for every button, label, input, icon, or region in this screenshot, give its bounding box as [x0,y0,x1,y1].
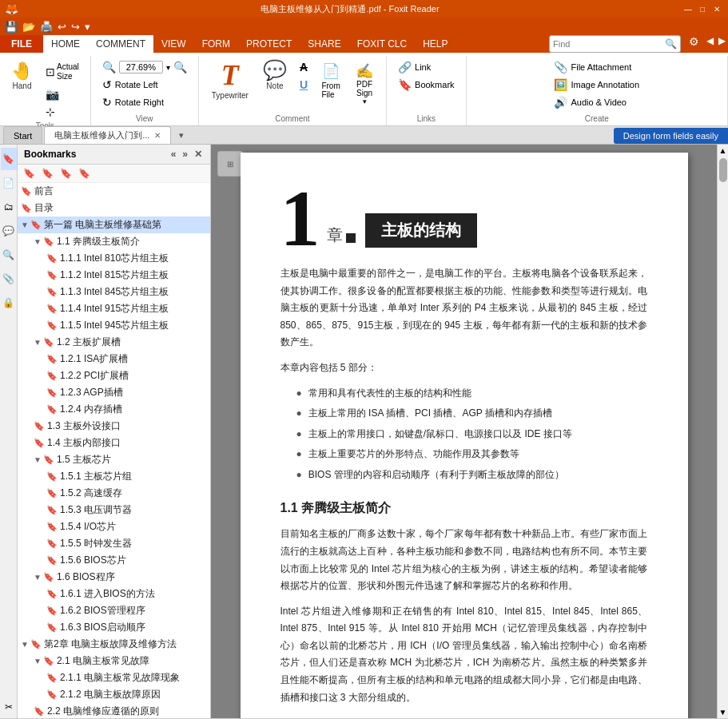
rotate-left-button[interactable]: ↺ Rotate Left [97,77,192,93]
camera-button[interactable]: 📷 [41,86,84,102]
from-file-button[interactable]: 📄 FromFile [316,59,346,102]
bookmark-item[interactable]: 🔖1.4 主板内部接口 [18,435,210,451]
bookmark-item[interactable]: ▼🔖第2章 电脑主板故障及维修方法 [18,636,210,653]
ribbon-left-icon[interactable]: ◀ [704,35,716,53]
bookmark-down-button[interactable]: 🔖 [76,167,93,180]
pdf-sign-button[interactable]: ✍ PDFSign ▾ [349,59,380,109]
bookmark-item[interactable]: 🔖1.5.3 电压调节器 [18,502,210,518]
maximize-button[interactable]: □ [696,3,709,14]
bookmark-item[interactable]: 🔖目录 [18,200,210,216]
bookmark-item[interactable]: 🔖2.1.2 电脑主板故障原因 [18,686,210,703]
bookmarks-panel-icon[interactable]: 🔖 [1,148,17,170]
zoom-dropdown-icon[interactable]: ▾ [166,63,170,72]
bookmark-item[interactable]: 🔖1.2.1 ISA扩展槽 [18,351,210,367]
quick-access-more-icon[interactable]: ▾ [83,19,92,34]
bookmark-item[interactable]: 🔖1.3 主板外设接口 [18,418,210,435]
ribbon-settings-icon[interactable]: ⚙ [684,35,704,53]
home-menu[interactable]: HOME [43,35,88,53]
bookmark-item[interactable]: 🔖1.6.2 BIOS管理程序 [18,602,210,619]
link-button[interactable]: 🔗 Link [393,59,459,75]
bookmark-item[interactable]: ▼🔖2.1 电脑主板常见故障 [18,653,210,669]
bookmark-item[interactable]: 🔖1.5.2 高速缓存 [18,485,210,502]
bookmark-item[interactable]: 🔖1.1.2 Intel 815芯片组主板 [18,267,210,284]
active-tab[interactable]: 电脑主板维修从入门到... ✕ [44,126,171,144]
actual-size-button[interactable]: ⊡ ActualSize [41,59,84,85]
search-box[interactable]: 🔍 [549,35,681,53]
attachments-panel-icon[interactable]: 📎 [1,268,17,290]
comment-menu[interactable]: COMMENT [88,35,153,53]
pdf-sign-dropdown[interactable]: ▾ [363,97,367,105]
underline-button[interactable]: U [295,77,312,93]
print-icon[interactable]: 🖨️ [38,19,54,34]
bookmark-item[interactable]: ▼🔖1.2 主板扩展槽 [18,334,210,351]
bookmark-item[interactable]: 🔖1.1.3 Intel 845芯片组主板 [18,284,210,300]
help-menu[interactable]: HELP [415,35,455,53]
bookmark-item[interactable]: 🔖2.1.1 电脑主板常见故障现象 [18,669,210,686]
scroll-thumb[interactable] [719,158,727,182]
bookmark-item[interactable]: 🔖1.1.1 Intel 810芯片组主板 [18,250,210,267]
scroll-up-button[interactable]: ▲ [718,145,728,157]
form-menu[interactable]: FORM [194,35,238,53]
bookmark-item[interactable]: 🔖1.5.1 主板芯片组 [18,468,210,485]
add-bookmark-button[interactable]: 🔖 [21,167,38,180]
bookmark-item[interactable]: 🔖1.1.5 Intel 945芯片组主板 [18,317,210,334]
foxit-clc-menu[interactable]: FOXIT CLC [349,35,415,53]
close-button[interactable]: ✕ [710,3,723,14]
bookmarks-options-icon[interactable]: » [181,148,189,161]
design-hint-bar[interactable]: Design form fields easily [614,128,728,144]
bookmark-item[interactable]: 🔖1.5.4 I/O芯片 [18,518,210,535]
strikethrough-button[interactable]: A [295,59,312,75]
search-panel-icon[interactable]: 🔍 [1,244,17,266]
search-input[interactable] [553,39,665,49]
save-icon[interactable]: 💾 [3,19,19,34]
image-annotation-button[interactable]: 🖼️ Image Annotation [549,77,644,93]
bookmark-item[interactable]: 🔖前言 [18,183,210,200]
bookmarks-expand-icon[interactable]: « [169,148,178,161]
signatures-panel-icon[interactable]: 🔒 [1,292,17,314]
layers-panel-icon[interactable]: 🗂 [1,196,17,218]
open-icon[interactable]: 📂 [21,19,37,34]
redo-icon[interactable]: ↪ [70,19,82,34]
bookmark-item[interactable]: 🔖1.5.5 时钟发生器 [18,535,210,552]
scroll-down-button[interactable]: ▼ [718,706,728,718]
ribbon-right-icon[interactable]: ▶ [716,35,728,53]
bookmark-item[interactable]: 🔖1.6.1 进入BIOS的方法 [18,586,210,602]
annotations-panel-icon[interactable]: 💬 [1,220,17,242]
zoom-out-r-button[interactable]: 🔍 ▾ 🔍 [97,59,192,75]
rotate-right-button[interactable]: ↻ Rotate Right [97,94,192,110]
zoom-value-input[interactable] [119,61,163,73]
start-tab[interactable]: Start [3,126,42,144]
pdf-area[interactable]: ⊞ 1 章 主板的结构 主板是电脑中最重要的部件之一，是电脑工作的平台。主板将电… [211,145,717,718]
tab-dropdown-icon[interactable]: ▾ [173,127,190,144]
bookmark-item[interactable]: 🔖1.2.2 PCI扩展槽 [18,367,210,384]
tab-close-button[interactable]: ✕ [154,131,161,140]
bookmark-item[interactable]: 🔖1.5.6 BIOS芯片 [18,552,210,569]
share-menu[interactable]: SHARE [300,35,348,53]
pages-panel-icon[interactable]: 📄 [1,172,17,194]
minimize-button[interactable]: — [682,3,694,14]
search-icon[interactable]: 🔍 [665,38,677,50]
protect-menu[interactable]: PROTECT [238,35,300,53]
tools-panel-icon[interactable]: ✂ [1,696,17,718]
bookmark-button[interactable]: 🔖 Bookmark [393,77,459,93]
bookmark-up-button[interactable]: 🔖 [58,167,74,180]
pdf-nav-icon[interactable]: ⊞ [217,151,243,177]
delete-bookmark-button[interactable]: 🔖 [39,167,56,180]
pdf-scrollbar[interactable]: ▲ ▼ [717,145,728,718]
undo-icon[interactable]: ↩ [56,19,68,34]
scroll-track[interactable] [718,157,728,706]
bookmark-item[interactable]: ▼🔖第一篇 电脑主板维修基础第 [18,216,210,233]
bookmark-item[interactable]: 🔖1.2.3 AGP插槽 [18,384,210,401]
bookmark-item[interactable]: ▼🔖1.6 BIOS程序 [18,569,210,586]
bookmark-item[interactable]: 🔖1.1.4 Intel 915芯片组主板 [18,300,210,317]
file-menu[interactable]: FILE [0,35,43,53]
bookmark-item[interactable]: 🔖2.2 电脑维修应遵循的原则 [18,703,210,718]
note-button[interactable]: 💬 Note [258,56,292,93]
file-attachment-button[interactable]: 📎 File Attachment [549,59,644,75]
audio-video-button[interactable]: 🔊 Audio & Video [549,94,644,110]
bookmark-item[interactable]: ▼🔖1.1 奔腾级主板简介 [18,233,210,250]
view-menu[interactable]: VIEW [153,35,194,53]
bookmark-item[interactable]: 🔖1.2.4 内存插槽 [18,401,210,418]
typewriter-button[interactable]: T Typewriter [205,56,255,105]
bookmark-item[interactable]: ▼🔖1.5 主板芯片 [18,451,210,468]
